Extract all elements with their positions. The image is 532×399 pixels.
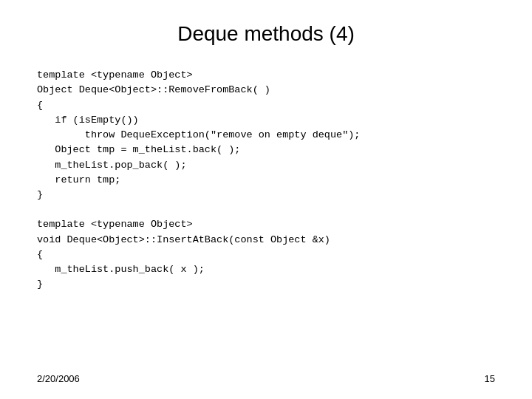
slide-footer: 2/20/2006 15 <box>37 373 495 384</box>
footer-date: 2/20/2006 <box>37 373 80 384</box>
slide-title: Deque methods (4) <box>37 22 495 46</box>
code-block-2: template <typename Object> void Deque<Ob… <box>37 217 495 292</box>
slide-container: Deque methods (4) template <typename Obj… <box>0 0 532 399</box>
footer-page-number: 15 <box>485 373 495 384</box>
code-block-1: template <typename Object> Object Deque<… <box>37 68 495 202</box>
